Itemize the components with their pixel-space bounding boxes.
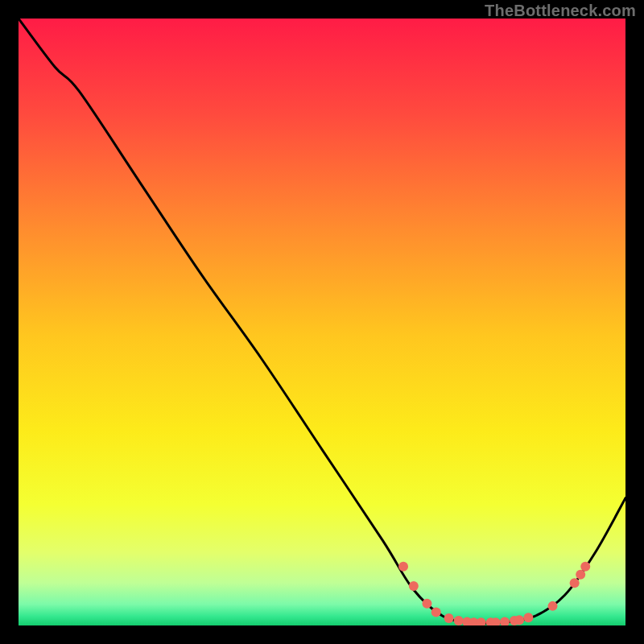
marker-point [422,599,431,609]
marker-point [580,562,590,572]
marker-point [454,616,464,625]
marker-point [514,615,524,625]
chart-background [19,19,625,625]
bottleneck-chart [19,19,625,625]
marker-point [570,578,580,588]
marker-point [431,607,441,617]
attribution-label: TheBottleneck.com [485,2,636,20]
marker-point [409,581,419,591]
chart-stage: TheBottleneck.com [0,0,644,644]
marker-point [548,601,558,611]
marker-point [523,613,533,622]
marker-point [444,613,454,623]
marker-point [398,562,408,572]
